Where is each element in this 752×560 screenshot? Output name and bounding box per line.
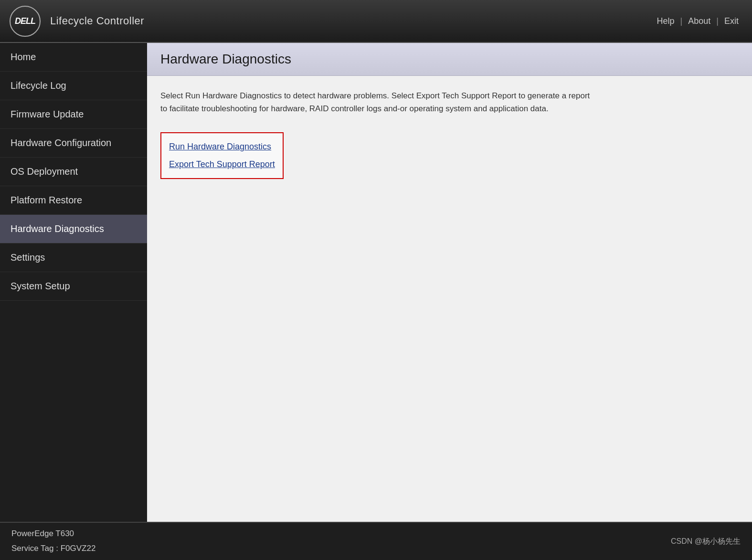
footer-watermark: CSDN @杨小杨先生 [671, 537, 741, 547]
page-description: Select Run Hardware Diagnostics to detec… [160, 89, 590, 115]
content-body: Select Run Hardware Diagnostics to detec… [147, 76, 752, 522]
about-link[interactable]: About [684, 14, 714, 28]
sidebar-item-lifecycle-log[interactable]: Lifecycle Log [0, 72, 147, 100]
nav-sep-1: | [680, 16, 683, 26]
dell-logo: DELL [10, 6, 41, 37]
main-container: Home Lifecycle Log Firmware Update Hardw… [0, 43, 752, 522]
export-tech-support-report-link[interactable]: Export Tech Support Report [169, 156, 275, 173]
sidebar: Home Lifecycle Log Firmware Update Hardw… [0, 43, 147, 522]
footer: PowerEdge T630 Service Tag : F0GVZ22 CSD… [0, 522, 752, 560]
sidebar-item-os-deployment[interactable]: OS Deployment [0, 158, 147, 186]
sidebar-item-system-setup[interactable]: System Setup [0, 272, 147, 301]
header: DELL Lifecycle Controller Help | About |… [0, 0, 752, 43]
nav-sep-2: | [716, 16, 719, 26]
run-hardware-diagnostics-link[interactable]: Run Hardware Diagnostics [169, 138, 275, 156]
page-title: Hardware Diagnostics [160, 52, 739, 67]
help-link[interactable]: Help [653, 14, 678, 28]
sidebar-item-hardware-config[interactable]: Hardware Configuration [0, 129, 147, 158]
action-links-container: Run Hardware Diagnostics Export Tech Sup… [160, 132, 284, 179]
header-navigation: Help | About | Exit [653, 14, 742, 28]
footer-info: PowerEdge T630 Service Tag : F0GVZ22 [11, 527, 95, 556]
content-area: Hardware Diagnostics Select Run Hardware… [147, 43, 752, 522]
sidebar-item-settings[interactable]: Settings [0, 243, 147, 272]
sidebar-item-platform-restore[interactable]: Platform Restore [0, 186, 147, 215]
sidebar-item-hardware-diagnostics[interactable]: Hardware Diagnostics [0, 215, 147, 243]
sidebar-item-home[interactable]: Home [0, 43, 147, 72]
app-title: Lifecycle Controller [50, 15, 653, 27]
exit-link[interactable]: Exit [720, 14, 742, 28]
sidebar-item-firmware-update[interactable]: Firmware Update [0, 100, 147, 129]
content-header: Hardware Diagnostics [147, 43, 752, 76]
service-tag-label: Service Tag : F0GVZ22 [11, 541, 95, 556]
model-label: PowerEdge T630 [11, 527, 95, 541]
